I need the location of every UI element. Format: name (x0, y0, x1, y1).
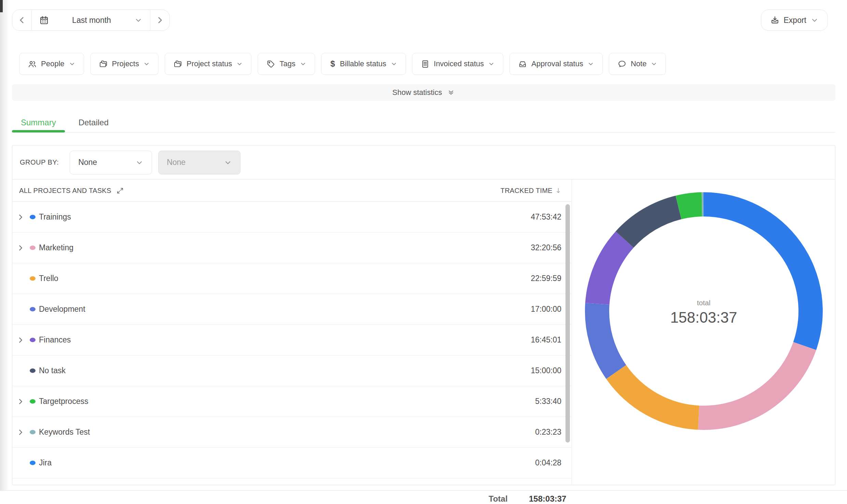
total-label: Total (489, 494, 508, 504)
approval-inbox-icon (518, 59, 527, 69)
note-bubble-icon (617, 59, 627, 69)
chevron-down-icon (224, 158, 232, 167)
chevron-left-icon (17, 16, 26, 25)
chevron-right-icon[interactable] (17, 336, 24, 344)
download-icon (770, 15, 780, 25)
project-color-dot (30, 215, 36, 219)
chevron-right-icon[interactable] (17, 213, 24, 221)
table-row[interactable]: Jira 0:04:28 (12, 448, 572, 478)
export-button[interactable]: Export (761, 10, 828, 31)
project-color-dot (30, 338, 36, 342)
chevron-down-icon (143, 60, 150, 67)
project-name: No task (39, 366, 531, 375)
project-name: Targetprocess (39, 397, 535, 406)
table-row[interactable]: Targetprocess 5:33:40 (12, 386, 572, 417)
donut-segment-trello[interactable] (606, 365, 699, 430)
table-row[interactable]: Trello 22:59:59 (12, 263, 572, 294)
tab-summary[interactable]: Summary (12, 113, 65, 132)
summary-content: ALL PROJECTS AND TASKS TRACKED TIME (12, 179, 835, 485)
tracked-time-sort[interactable]: TRACKED TIME (501, 187, 562, 195)
double-chevron-down-icon (447, 88, 455, 97)
donut-segment-finances[interactable] (585, 232, 634, 305)
table-rows: Trainings 47:53:42 Marketing 32:20:56 Tr… (12, 202, 572, 478)
projects-table: ALL PROJECTS AND TASKS TRACKED TIME (12, 180, 572, 485)
group-by-value: None (78, 158, 97, 167)
chevron-down-icon (300, 60, 306, 67)
tab-label: Detailed (79, 118, 109, 127)
group-by-select-2: None (158, 151, 241, 174)
tracked-time-value: 17:00:00 (531, 305, 561, 314)
project-name: Trainings (39, 212, 531, 222)
total-bar: Total 158:03:37 (0, 490, 847, 504)
tracked-time-value: 0:04:28 (535, 458, 561, 467)
tracked-time-value: 47:53:42 (531, 212, 561, 222)
filter-label: Tags (279, 59, 295, 68)
chevron-down-icon (134, 16, 142, 24)
filter-invoiced-status[interactable]: Invoiced status (412, 53, 504, 75)
chevron-right-icon[interactable] (17, 398, 24, 405)
filter-projects[interactable]: Projects (90, 53, 159, 75)
tracked-time-value: 22:59:59 (531, 274, 561, 283)
group-by-row: GROUP BY: None None (12, 145, 835, 179)
table-header: ALL PROJECTS AND TASKS TRACKED TIME (12, 180, 572, 202)
filter-label: Projects (112, 59, 139, 68)
dollar-icon: $ (330, 59, 336, 69)
calendar-icon (39, 15, 49, 25)
filter-approval-status[interactable]: Approval status (509, 53, 603, 75)
chevron-down-icon (587, 60, 594, 67)
project-color-dot (30, 276, 36, 281)
donut-segment-marketing[interactable] (698, 342, 816, 430)
total-value: 158:03:37 (529, 494, 566, 504)
project-color-dot (30, 246, 36, 250)
invoice-icon (421, 59, 430, 69)
group-by-value: None (167, 158, 186, 167)
show-statistics-toggle[interactable]: Show statistics (12, 84, 835, 101)
project-name: Trello (39, 274, 531, 283)
filter-note[interactable]: Note (609, 53, 666, 75)
folder-icon (173, 59, 182, 69)
project-color-dot (30, 368, 36, 373)
chevron-right-icon[interactable] (17, 244, 24, 252)
group-by-label: GROUP BY: (20, 158, 59, 166)
table-row[interactable]: Development 17:00:00 (12, 294, 572, 325)
date-range-picker[interactable]: Last month (31, 10, 150, 30)
tracked-time-value: 15:00:00 (531, 366, 561, 375)
chevron-down-icon (236, 60, 243, 67)
table-row[interactable]: No task 15:00:00 (12, 355, 572, 386)
project-color-dot (30, 307, 36, 311)
table-row[interactable]: Trainings 47:53:42 (12, 202, 572, 233)
table-row[interactable]: Finances 16:45:01 (12, 325, 572, 355)
next-period-button[interactable] (150, 10, 169, 30)
tab-label: Summary (21, 118, 56, 127)
filter-label: People (41, 59, 65, 68)
project-name: Jira (39, 458, 535, 467)
tab-detailed[interactable]: Detailed (70, 113, 118, 132)
donut-segment-no-task[interactable] (616, 196, 681, 248)
table-row[interactable]: Marketing 32:20:56 (12, 233, 572, 263)
project-name: Finances (39, 335, 531, 345)
table-row[interactable]: Keywords Test 0:23:23 (12, 417, 572, 448)
previous-period-button[interactable] (12, 10, 31, 30)
donut-segment-development[interactable] (585, 303, 626, 379)
tracked-time-value: 16:45:01 (531, 335, 561, 345)
folder-icon (99, 59, 108, 69)
people-icon (28, 59, 37, 69)
chevron-down-icon (391, 60, 397, 67)
donut-segment-trainings[interactable] (704, 192, 823, 350)
chevron-down-icon (810, 16, 819, 24)
tag-icon (266, 59, 275, 69)
filter-label: Billable status (340, 59, 386, 68)
filter-label: Project status (187, 59, 232, 68)
summary-card: GROUP BY: None None ALL PROJECTS AND TAS… (12, 145, 835, 485)
filter-project-status[interactable]: Project status (165, 53, 251, 75)
tracked-time-value: 32:20:56 (531, 243, 561, 252)
filter-bar: People Projects Project status Tags (19, 53, 833, 75)
chevron-right-icon[interactable] (17, 429, 24, 436)
filter-people[interactable]: People (19, 53, 84, 75)
group-by-select-1[interactable]: None (70, 151, 152, 174)
filter-tags[interactable]: Tags (258, 53, 315, 75)
summary-report-page: Last month Export People (0, 0, 847, 504)
table-scrollbar[interactable] (565, 204, 570, 443)
expand-all-icon[interactable] (116, 187, 124, 195)
filter-billable-status[interactable]: $ Billable status (321, 53, 406, 75)
